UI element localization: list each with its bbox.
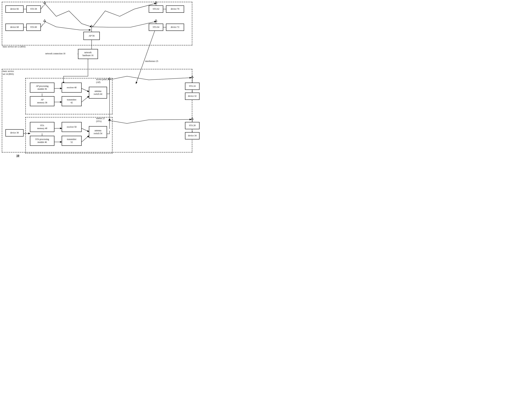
ap-processing-box: AP processing module 36	[30, 83, 54, 93]
bss12-outline	[2, 2, 192, 45]
sta-processing-box: STA processing module 46	[30, 136, 54, 146]
ap20-label: access point 20 (AP)	[96, 78, 109, 84]
sta24-box: STA 24	[185, 83, 200, 90]
interference-label: interference 25	[145, 60, 158, 63]
device34-box: device 34	[185, 132, 200, 139]
diagram: device 66 STA 58 device 68 STA 60 AP 56 …	[0, 0, 218, 163]
bss14-label: basic service set 14 (BSS)	[3, 70, 14, 76]
station22-label: station 22 (STA)	[96, 117, 105, 123]
antenna-switch44-box: antenna switch 44	[89, 87, 107, 99]
system-number: 10	[16, 154, 19, 158]
transmitter42-box: transmitter 42	[62, 96, 82, 106]
device32-box: device 32	[185, 93, 200, 100]
sta-memory-box: STA memory 48	[30, 122, 54, 132]
receiver50-box: receiver 50	[62, 122, 82, 132]
transmitter52-box: transmitter 52	[62, 136, 82, 146]
sta28-box: STA 28	[185, 122, 200, 129]
device30-box: device 30	[6, 129, 24, 136]
antenna-switch54-box: antenna switch 54	[89, 126, 107, 138]
receiver40-box: receiver 40	[62, 83, 82, 93]
network-connection-label: network connection 18	[45, 52, 65, 55]
ap-memory-box: AP memory 38	[30, 96, 54, 106]
bss12-label: basic service set 12 (BSS)	[3, 45, 25, 48]
network-hardware-box: network hardware 16	[78, 49, 98, 59]
